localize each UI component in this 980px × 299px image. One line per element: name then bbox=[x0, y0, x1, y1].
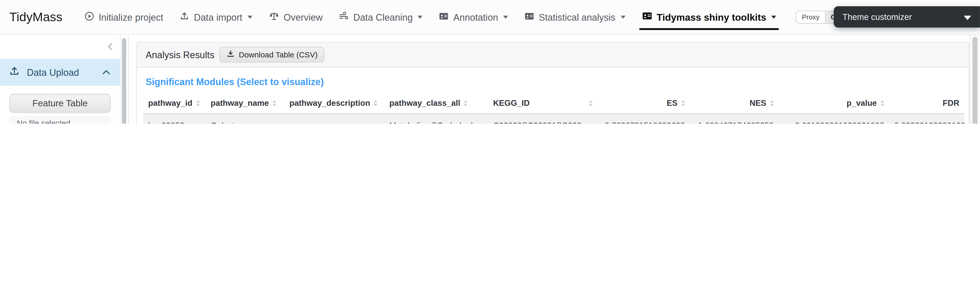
upload-icon bbox=[180, 11, 190, 23]
column-header-pathway-class-all[interactable]: pathway_class_all bbox=[384, 95, 488, 114]
sort-icon bbox=[681, 100, 685, 106]
upload-icon bbox=[9, 66, 20, 79]
card-header: Analysis Results Download Table (CSV) bbox=[137, 42, 969, 67]
sort-icon bbox=[196, 100, 200, 106]
column-header-p-value[interactable]: p_value bbox=[779, 95, 889, 114]
nav-item-tidymass-shiny-toolkits[interactable]: Tidymass shiny toolkits bbox=[633, 9, 784, 26]
card-body: Significant Modules (Select to visualize… bbox=[137, 67, 969, 124]
nav-label: Overview bbox=[283, 12, 323, 22]
nav-label: Statistical analysis bbox=[539, 12, 615, 22]
sort-icon bbox=[464, 100, 468, 106]
table-header-row: pathway_id pathway_name pathway_descript… bbox=[143, 95, 964, 114]
nav-label: Initialize project bbox=[99, 12, 163, 22]
results-table: pathway_id pathway_name pathway_descript… bbox=[143, 95, 964, 124]
body-row: Data Upload Feature Table No file select… bbox=[0, 35, 980, 124]
caret-down-icon bbox=[418, 16, 423, 19]
proxy-label: Proxy bbox=[796, 11, 825, 23]
caret-down-icon bbox=[771, 16, 776, 19]
id-card-icon bbox=[642, 11, 652, 24]
caret-down-icon bbox=[964, 16, 971, 20]
column-header-fdr[interactable]: FDR bbox=[889, 95, 964, 114]
cell-pathway-description bbox=[284, 114, 384, 124]
nav-label: Annotation bbox=[453, 12, 498, 22]
sort-icon bbox=[273, 100, 277, 106]
column-header-pathway-description[interactable]: pathway_description bbox=[284, 95, 384, 114]
feature-table-file-status: No file selected bbox=[9, 116, 111, 124]
caret-down-icon bbox=[620, 16, 625, 19]
top-navbar: TidyMass Initialize project Data import bbox=[0, 0, 980, 35]
app-logo: TidyMass bbox=[9, 10, 62, 25]
sidebar-scrollbar bbox=[121, 35, 128, 124]
nav-item-overview[interactable]: Overview bbox=[261, 9, 331, 26]
nav-label: Data Cleaning bbox=[353, 12, 413, 22]
nav-label: Tidymass shiny toolkits bbox=[657, 12, 766, 23]
download-button-label: Download Table (CSV) bbox=[239, 50, 318, 59]
column-header-pathway-id[interactable]: pathway_id bbox=[143, 95, 206, 114]
sort-icon bbox=[374, 100, 378, 106]
column-header-pathway-name[interactable]: pathway_name bbox=[206, 95, 285, 114]
caret-down-icon bbox=[503, 16, 508, 19]
nav-label: Data import bbox=[194, 12, 242, 22]
caret-down-icon bbox=[247, 16, 252, 19]
sort-icon bbox=[880, 100, 885, 106]
cell-p-value: 0.001998001998001998 bbox=[779, 114, 889, 124]
main-content: Analysis Results Download Table (CSV) Si… bbox=[129, 35, 969, 124]
cell-nes: 1.698407174605358 bbox=[690, 114, 779, 124]
nav-item-initialize-project[interactable]: Initialize project bbox=[76, 9, 172, 26]
cell-fdr: 0.0323010323010323 bbox=[889, 114, 964, 124]
nav-item-annotation[interactable]: Annotation bbox=[431, 9, 516, 26]
column-header-kegg-id[interactable]: KEGG_ID bbox=[488, 95, 598, 114]
id-card-icon bbox=[439, 11, 449, 23]
nav-item-data-cleaning[interactable]: Data Cleaning bbox=[331, 9, 431, 26]
cell-kegg-id: C00029{}C00031{}C000... bbox=[488, 114, 598, 124]
chevron-left-icon[interactable] bbox=[106, 42, 115, 51]
id-card-icon bbox=[524, 11, 535, 23]
section-title: Data Upload bbox=[27, 67, 79, 78]
cell-es: 0.7636731518693699 bbox=[598, 114, 690, 124]
play-circle-icon bbox=[84, 11, 94, 23]
card-title: Analysis Results bbox=[145, 50, 214, 60]
chevron-up-icon bbox=[101, 67, 111, 77]
nav-item-data-import[interactable]: Data import bbox=[171, 9, 261, 26]
theme-customizer-panel[interactable]: Theme customizer bbox=[834, 6, 980, 27]
balance-scale-icon bbox=[269, 11, 279, 23]
sidebar-section-data-upload[interactable]: Data Upload bbox=[0, 59, 120, 86]
cell-pathway-name: Galactose metabolism bbox=[206, 114, 285, 124]
page-scrollbar bbox=[969, 35, 980, 124]
download-icon bbox=[226, 50, 235, 60]
sidebar-content: Data Upload Feature Table No file select… bbox=[0, 35, 121, 124]
wind-icon bbox=[339, 11, 349, 23]
sort-icon bbox=[589, 100, 593, 106]
analysis-results-card: Analysis Results Download Table (CSV) Si… bbox=[136, 42, 969, 124]
sidebar-scrollbar-thumb[interactable] bbox=[122, 38, 126, 124]
tidymass-app-window: TidyMass Initialize project Data import bbox=[0, 0, 980, 124]
cell-pathway-id: hsa00052 bbox=[143, 114, 206, 124]
nav-item-statistical-analysis[interactable]: Statistical analysis bbox=[516, 9, 634, 26]
sort-icon bbox=[770, 100, 774, 106]
page-scrollbar-thumb[interactable] bbox=[972, 37, 977, 124]
cell-pathway-class: Metabolism{}Carbohyd... bbox=[384, 114, 488, 124]
table-row[interactable]: hsa00052 Galactose metabolism Metabolism… bbox=[143, 114, 964, 124]
significant-modules-title: Significant Modules (Select to visualize… bbox=[145, 76, 960, 87]
sidebar: Data Upload Feature Table No file select… bbox=[0, 35, 129, 124]
theme-customizer-label: Theme customizer bbox=[843, 12, 912, 21]
feature-table-upload-button[interactable]: Feature Table bbox=[9, 94, 111, 113]
column-header-nes[interactable]: NES bbox=[690, 95, 779, 114]
download-table-button[interactable]: Download Table (CSV) bbox=[220, 47, 325, 62]
column-header-es[interactable]: ES bbox=[598, 95, 690, 114]
